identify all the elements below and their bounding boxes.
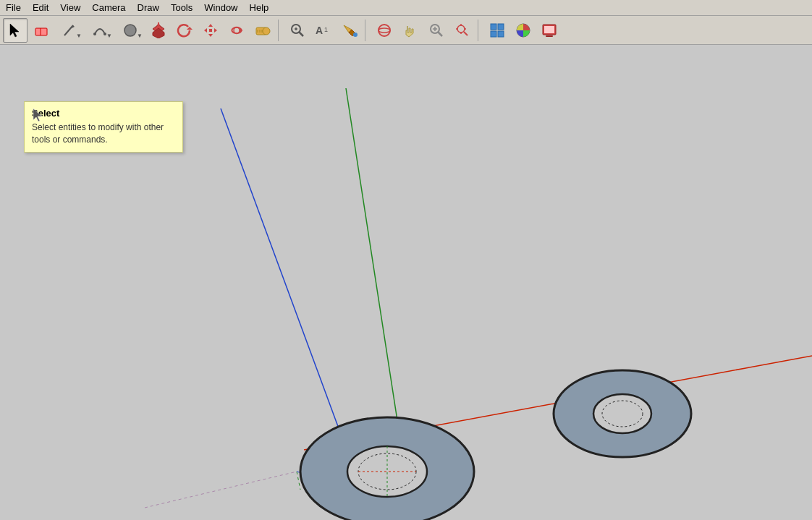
svg-line-39 (464, 32, 468, 35)
svg-point-8 (124, 25, 136, 36)
svg-marker-14 (208, 24, 213, 27)
svg-point-21 (263, 27, 270, 35)
text-tool[interactable]: A 1 (311, 18, 336, 43)
shapes-dropdown-arrow: ▼ (137, 33, 143, 39)
eraser-tool[interactable] (29, 18, 54, 43)
pencil-tool[interactable]: ▼ (55, 18, 84, 43)
menu-tools[interactable]: Tools (165, 1, 198, 14)
svg-point-31 (353, 33, 358, 37)
pan-tool[interactable] (398, 18, 423, 43)
svg-marker-12 (157, 22, 160, 25)
menu-draw[interactable]: Draw (132, 1, 165, 14)
svg-rect-50 (544, 26, 554, 33)
tape-measure-tool[interactable] (250, 18, 275, 43)
materials-tool[interactable] (511, 18, 536, 43)
zoom-extents-tool[interactable] (450, 18, 475, 43)
svg-text:1: 1 (324, 26, 328, 33)
move-tool[interactable] (198, 18, 223, 43)
pencil-dropdown-arrow: ▼ (76, 33, 82, 39)
tooltip-title: Select (32, 108, 175, 119)
svg-point-6 (93, 33, 96, 35)
arc-tool[interactable]: ▼ (85, 18, 114, 43)
separator-3 (478, 20, 482, 41)
svg-marker-15 (208, 34, 213, 37)
select-tool[interactable] (3, 18, 28, 43)
separator-2 (365, 20, 369, 41)
menubar: File Edit View Camera Draw Tools Window … (0, 0, 812, 16)
scenes-tool[interactable] (537, 18, 562, 43)
svg-line-35 (438, 32, 442, 36)
svg-rect-45 (498, 24, 504, 30)
select-tooltip: Select Select entities to modify with ot… (24, 101, 183, 153)
svg-rect-18 (209, 29, 212, 32)
menu-file[interactable]: File (0, 1, 27, 14)
rotate-tool[interactable] (172, 18, 197, 43)
svg-line-26 (299, 32, 303, 36)
svg-rect-1 (35, 28, 47, 35)
paint-bucket-tool[interactable] (337, 18, 362, 43)
svg-rect-51 (546, 35, 553, 37)
orbit-tool[interactable] (372, 18, 397, 43)
canvas-area[interactable]: Select Select entities to modify with ot… (0, 45, 812, 520)
svg-text:A: A (316, 25, 323, 36)
push-pull-tool[interactable] (146, 18, 171, 43)
menu-view[interactable]: View (54, 1, 86, 14)
tooltip-description: Select entities to modify with other too… (32, 122, 175, 146)
shapes-tool[interactable]: ▼ (116, 18, 145, 43)
menu-help[interactable]: Help (244, 1, 275, 14)
svg-rect-44 (491, 24, 496, 30)
menu-edit[interactable]: Edit (27, 1, 54, 14)
svg-point-38 (457, 25, 465, 33)
svg-marker-17 (214, 28, 217, 33)
svg-point-33 (378, 28, 390, 33)
svg-point-32 (378, 25, 390, 36)
menu-camera[interactable]: Camera (86, 1, 131, 14)
zoom-window-tool[interactable] (285, 18, 310, 43)
toolbar: ▼ ▼ ▼ (0, 16, 812, 45)
svg-marker-0 (10, 24, 19, 37)
svg-rect-46 (491, 31, 496, 37)
separator-1 (278, 20, 282, 41)
menu-window[interactable]: Window (198, 1, 243, 14)
zoom-tool[interactable] (424, 18, 449, 43)
arc-dropdown-arrow: ▼ (106, 33, 112, 39)
components-tool[interactable] (485, 18, 509, 43)
svg-marker-16 (204, 28, 207, 33)
offset-tool[interactable] (224, 18, 249, 43)
svg-rect-47 (498, 31, 504, 37)
